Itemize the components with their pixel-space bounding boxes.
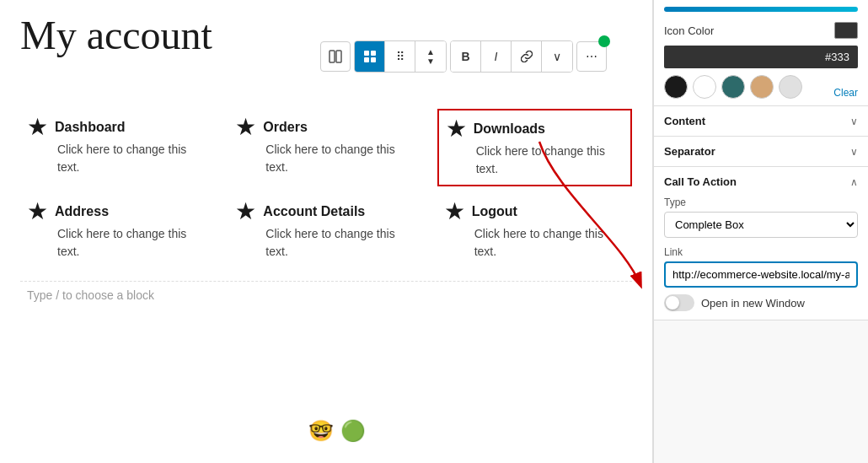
cta-section: Call To Action ∧ Type Complete Box Butto… — [654, 167, 868, 320]
swatch-peach[interactable] — [750, 75, 774, 99]
star-icon-logout: ★ — [444, 200, 465, 223]
item-text-account-details: Click here to change this text. — [235, 225, 416, 261]
separator-chevron-icon: ∨ — [850, 146, 858, 158]
status-indicator — [598, 35, 610, 47]
icon-color-swatch[interactable] — [834, 22, 858, 39]
cta-header[interactable]: Call To Action ∧ — [664, 175, 858, 188]
item-header-account-details: ★ Account Details — [235, 200, 416, 223]
content-section-row[interactable]: Content ∨ — [654, 106, 868, 137]
toolbar: ⠿ ▲▼ B I ∨ ⋯ — [320, 40, 607, 73]
item-title-orders: Orders — [263, 120, 307, 135]
icon-color-label: Icon Color — [664, 24, 714, 37]
star-icon-downloads: ★ — [446, 117, 467, 141]
separator-section-label: Separator — [664, 145, 715, 158]
type-field-label: Type — [664, 197, 858, 208]
swatch-light-gray[interactable] — [779, 75, 802, 99]
open-new-window-label: Open in new Window — [701, 297, 805, 310]
item-text-address: Click here to change this text. — [27, 225, 208, 261]
account-item-dashboard[interactable]: ★ Dashboard Click here to change this te… — [20, 109, 215, 186]
star-icon-dashboard: ★ — [27, 116, 48, 139]
link-button[interactable] — [512, 41, 542, 72]
item-header-address: ★ Address — [27, 200, 208, 223]
separator-section-row[interactable]: Separator ∨ — [654, 137, 868, 167]
item-header-logout: ★ Logout — [444, 200, 625, 223]
left-panel: My account ⠿ ▲▼ B I — [0, 0, 653, 463]
cta-chevron-icon: ∧ — [850, 176, 858, 188]
dropdown-button[interactable]: ∨ — [542, 41, 572, 72]
account-item-address[interactable]: ★ Address Click here to change this text… — [20, 193, 215, 267]
cta-label: Call To Action — [664, 175, 737, 188]
account-item-downloads[interactable]: ★ Downloads Click here to change this te… — [437, 109, 632, 186]
type-block: Type / to choose a block — [20, 281, 632, 309]
layout-button[interactable] — [320, 41, 351, 72]
item-header-orders: ★ Orders — [235, 116, 416, 139]
item-text-logout: Click here to change this text. — [444, 225, 625, 261]
bold-button[interactable]: B — [451, 41, 481, 72]
svg-rect-4 — [364, 57, 369, 62]
clear-button[interactable]: Clear — [833, 87, 858, 99]
open-new-window-toggle[interactable] — [664, 294, 694, 311]
type-block-text: Type / to choose a block — [27, 288, 154, 302]
item-header-downloads: ★ Downloads — [446, 117, 624, 141]
content-chevron-icon: ∨ — [850, 116, 858, 127]
svg-rect-5 — [371, 57, 376, 62]
avatar-nerd: 🤓 — [308, 419, 334, 443]
color-bar — [664, 7, 858, 12]
item-text-dashboard: Click here to change this text. — [27, 141, 208, 176]
account-item-logout[interactable]: ★ Logout Click here to change this text. — [437, 193, 632, 267]
item-text-orders: Click here to change this text. — [235, 141, 416, 176]
item-title-logout: Logout — [472, 204, 517, 219]
move-button[interactable]: ⠿ — [385, 41, 415, 72]
account-grid: ★ Dashboard Click here to change this te… — [20, 109, 632, 267]
svg-rect-3 — [371, 51, 376, 56]
toggle-knob — [666, 296, 679, 310]
swatch-teal[interactable] — [721, 75, 745, 99]
star-icon-address: ★ — [27, 200, 48, 223]
item-title-dashboard: Dashboard — [55, 120, 126, 135]
swatch-black[interactable] — [664, 75, 688, 99]
color-swatches: Clear — [664, 75, 858, 99]
right-panel-top: Icon Color #333 Clear — [654, 0, 868, 106]
link-field-label: Link — [664, 246, 858, 258]
italic-button[interactable]: I — [481, 41, 512, 72]
item-title-account-details: Account Details — [263, 204, 365, 219]
svg-rect-0 — [330, 51, 335, 62]
link-input[interactable] — [664, 261, 858, 288]
account-item-account-details[interactable]: ★ Account Details Click here to change t… — [228, 193, 423, 267]
grid-button[interactable] — [355, 41, 385, 72]
item-title-downloads: Downloads — [474, 121, 545, 137]
item-title-address: Address — [55, 204, 109, 219]
icon-color-row: Icon Color — [664, 22, 858, 39]
item-header-dashboard: ★ Dashboard — [27, 116, 208, 139]
star-icon-orders: ★ — [235, 116, 256, 139]
avatar-green: 🟢 — [340, 419, 366, 443]
account-item-orders[interactable]: ★ Orders Click here to change this text. — [228, 109, 423, 186]
hex-display[interactable]: #333 — [664, 46, 858, 68]
toggle-row: Open in new Window — [664, 294, 858, 311]
type-select[interactable]: Complete Box Button None — [664, 212, 858, 238]
star-icon-account-details: ★ — [235, 200, 256, 223]
arrow-up-button[interactable]: ▲▼ — [415, 41, 446, 72]
floating-avatars: 🤓 🟢 — [308, 419, 366, 443]
toolbar-group-format: B I ∨ — [450, 40, 573, 73]
right-panel: Icon Color #333 Clear Content ∨ Separato… — [653, 0, 868, 463]
item-text-downloads: Click here to change this text. — [446, 143, 624, 178]
toolbar-group-main: ⠿ ▲▼ — [354, 40, 447, 73]
content-section-label: Content — [664, 115, 705, 127]
svg-rect-2 — [364, 51, 369, 56]
svg-rect-1 — [336, 51, 341, 62]
swatch-white[interactable] — [693, 75, 716, 99]
